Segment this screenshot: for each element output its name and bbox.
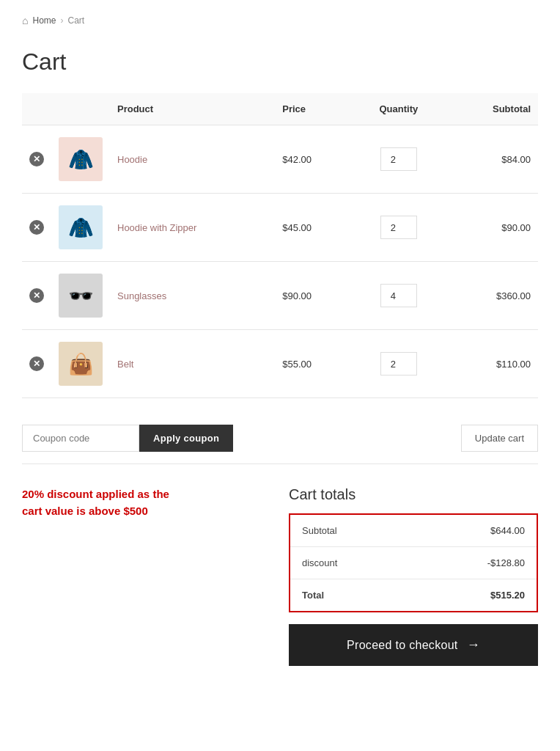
subtotal-row: Subtotal $644.00: [290, 514, 537, 547]
product-link-hoodie[interactable]: Hoodie: [117, 154, 147, 165]
remove-button-belt[interactable]: ✕: [29, 356, 44, 371]
th-subtotal: Subtotal: [446, 93, 538, 125]
discount-message: 20% discount applied as the cart value i…: [22, 486, 183, 519]
product-image-cell: 🕶️: [51, 262, 110, 330]
price-cell: $45.00: [275, 194, 352, 262]
discount-row: discount -$128.80: [290, 547, 537, 579]
breadcrumb: ⌂ Home › Cart: [22, 15, 538, 26]
th-image: [51, 93, 110, 125]
page-container: ⌂ Home › Cart Cart Product Price Quantit…: [0, 0, 560, 695]
remove-button-hoodie-zipper[interactable]: ✕: [29, 220, 44, 235]
qty-input-hoodie[interactable]: [380, 147, 417, 171]
cart-table-body: ✕ 🧥 Hoodie $42.00 $84.00 ✕: [22, 125, 538, 398]
table-row: ✕ 🕶️ Sunglasses $90.00 $360.00: [22, 262, 538, 330]
qty-cell: [352, 262, 446, 330]
breadcrumb-current: Cart: [67, 15, 84, 26]
qty-cell: [352, 194, 446, 262]
product-name-cell: Sunglasses: [110, 262, 275, 330]
th-price: Price: [275, 93, 352, 125]
discount-value: -$128.80: [411, 547, 537, 579]
product-image-cell: 🧥: [51, 194, 110, 262]
price-cell: $90.00: [275, 262, 352, 330]
subtotal-value: $644.00: [411, 514, 537, 547]
qty-cell: [352, 125, 446, 194]
cart-totals-title: Cart totals: [289, 486, 538, 503]
checkout-container: Proceed to checkout →: [289, 624, 538, 666]
checkout-button[interactable]: Proceed to checkout →: [289, 624, 538, 666]
product-image-cell: 🧥: [51, 125, 110, 194]
page-title: Cart: [22, 48, 538, 76]
table-row: ✕ 🧥 Hoodie with Zipper $45.00 $90.00: [22, 194, 538, 262]
th-product: Product: [110, 93, 275, 125]
product-link-sunglasses[interactable]: Sunglasses: [117, 290, 166, 301]
th-remove: [22, 93, 51, 125]
product-name-cell: Hoodie: [110, 125, 275, 194]
product-link-belt[interactable]: Belt: [117, 359, 133, 370]
cart-totals-section: 20% discount applied as the cart value i…: [22, 486, 538, 666]
product-image: 🕶️: [59, 274, 103, 318]
qty-input-belt[interactable]: [380, 352, 417, 376]
qty-cell: [352, 330, 446, 398]
remove-button-sunglasses[interactable]: ✕: [29, 288, 44, 303]
price-cell: $55.00: [275, 330, 352, 398]
subtotal-label: Subtotal: [290, 514, 411, 547]
subtotal-cell: $90.00: [446, 194, 538, 262]
checkout-arrow-icon: →: [467, 637, 480, 653]
discount-label: discount: [290, 547, 411, 579]
subtotal-cell: $84.00: [446, 125, 538, 194]
coupon-left: Apply coupon: [22, 425, 233, 452]
breadcrumb-separator: ›: [60, 15, 63, 26]
remove-icon: ✕: [29, 288, 44, 303]
remove-cell: ✕: [22, 125, 51, 194]
table-row: ✕ 👜 Belt $55.00 $110.00: [22, 330, 538, 398]
product-image: 🧥: [59, 205, 103, 249]
price-cell: $42.00: [275, 125, 352, 194]
remove-cell: ✕: [22, 262, 51, 330]
table-header-row: Product Price Quantity Subtotal: [22, 93, 538, 125]
total-label: Total: [290, 579, 411, 612]
apply-coupon-button[interactable]: Apply coupon: [139, 425, 233, 452]
product-link-hoodie-zipper[interactable]: Hoodie with Zipper: [117, 222, 196, 233]
coupon-input[interactable]: [22, 425, 139, 452]
table-row: ✕ 🧥 Hoodie $42.00 $84.00: [22, 125, 538, 194]
product-image-cell: 👜: [51, 330, 110, 398]
th-quantity: Quantity: [352, 93, 446, 125]
breadcrumb-home-link[interactable]: Home: [32, 15, 56, 26]
coupon-row: Apply coupon Update cart: [22, 413, 538, 464]
totals-table: Subtotal $644.00 discount -$128.80 Total…: [289, 513, 538, 612]
product-name-cell: Belt: [110, 330, 275, 398]
remove-icon: ✕: [29, 356, 44, 371]
checkout-label: Proceed to checkout: [347, 639, 458, 652]
remove-button-hoodie[interactable]: ✕: [29, 152, 44, 166]
subtotal-cell: $110.00: [446, 330, 538, 398]
product-name-cell: Hoodie with Zipper: [110, 194, 275, 262]
cart-table: Product Price Quantity Subtotal ✕ 🧥 Hood…: [22, 93, 538, 398]
remove-cell: ✕: [22, 330, 51, 398]
product-image: 🧥: [59, 137, 103, 181]
qty-input-sunglasses[interactable]: [380, 284, 417, 307]
remove-icon: ✕: [29, 152, 44, 166]
remove-icon: ✕: [29, 220, 44, 235]
subtotal-cell: $360.00: [446, 262, 538, 330]
total-value: $515.20: [411, 579, 537, 612]
cart-totals: Cart totals Subtotal $644.00 discount -$…: [289, 486, 538, 666]
product-image: 👜: [59, 342, 103, 386]
remove-cell: ✕: [22, 194, 51, 262]
qty-input-hoodie-zipper[interactable]: [380, 216, 417, 239]
home-icon: ⌂: [22, 15, 28, 26]
update-cart-button[interactable]: Update cart: [461, 425, 538, 452]
total-row: Total $515.20: [290, 579, 537, 612]
